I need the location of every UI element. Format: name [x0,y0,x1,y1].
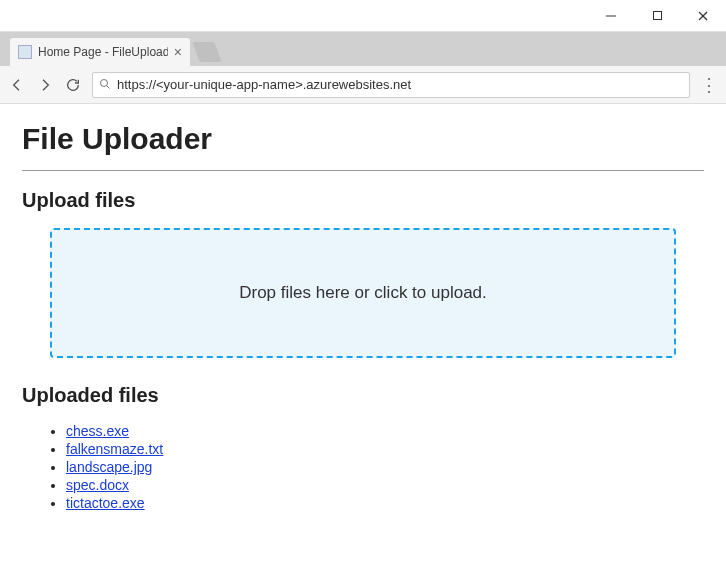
browser-menu-button[interactable]: ⋮ [700,74,718,96]
file-link[interactable]: falkensmaze.txt [66,441,163,457]
list-item: falkensmaze.txt [66,441,704,457]
tab-title: Home Page - FileUploade [38,45,168,59]
reload-button[interactable] [64,76,82,94]
dropzone-text: Drop files here or click to upload. [239,283,487,303]
browser-toolbar: ⋮ [0,66,726,104]
list-item: landscape.jpg [66,459,704,475]
url-input[interactable] [117,77,683,92]
svg-point-4 [101,79,108,86]
back-button[interactable] [8,76,26,94]
divider [22,170,704,171]
address-bar[interactable] [92,72,690,98]
file-link[interactable]: landscape.jpg [66,459,152,475]
file-link[interactable]: spec.docx [66,477,129,493]
file-link[interactable]: tictactoe.exe [66,495,145,511]
svg-rect-1 [653,12,661,20]
file-list: chess.exefalkensmaze.txtlandscape.jpgspe… [22,423,704,511]
uploaded-heading: Uploaded files [22,384,704,407]
tab-favicon [18,45,32,59]
tab-close-icon[interactable]: × [174,44,182,60]
page-title: File Uploader [22,122,704,156]
search-icon [99,76,111,94]
browser-tab[interactable]: Home Page - FileUploade × [10,38,190,66]
svg-line-5 [107,85,110,88]
list-item: chess.exe [66,423,704,439]
list-item: tictactoe.exe [66,495,704,511]
close-button[interactable] [680,0,726,32]
page-content: File Uploader Upload files Drop files he… [0,104,726,531]
maximize-button[interactable] [634,0,680,32]
forward-button[interactable] [36,76,54,94]
tab-strip: Home Page - FileUploade × [0,32,726,66]
window-titlebar [0,0,726,32]
file-link[interactable]: chess.exe [66,423,129,439]
new-tab-button[interactable] [192,42,221,62]
upload-dropzone[interactable]: Drop files here or click to upload. [50,228,676,358]
minimize-button[interactable] [588,0,634,32]
list-item: spec.docx [66,477,704,493]
upload-heading: Upload files [22,189,704,212]
